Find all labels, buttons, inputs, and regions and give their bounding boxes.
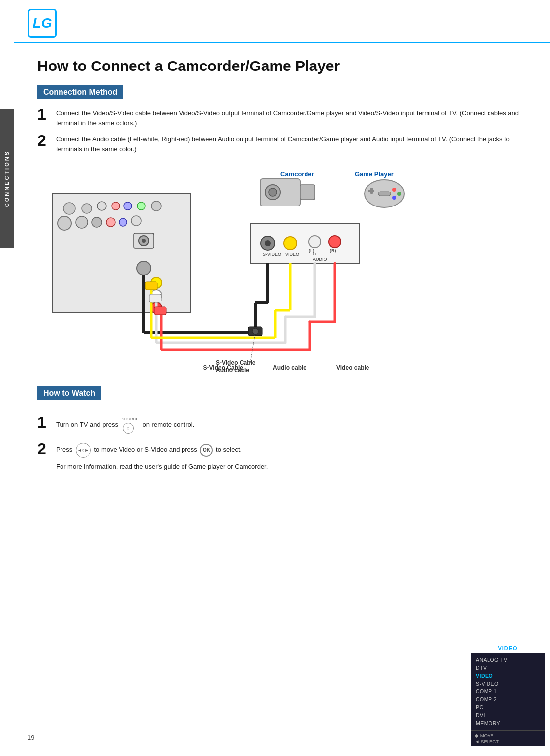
menu-move-label: ◆ MOVE: [475, 733, 541, 738]
svg-point-10: [92, 217, 102, 227]
svg-rect-66: [370, 188, 373, 194]
menu-select-label: ◄ SELECT: [475, 739, 541, 744]
menu-item-dvi[interactable]: DVI: [476, 711, 540, 719]
side-tab-label: CONNECTIONS: [4, 150, 10, 207]
side-tab: CONNECTIONS: [0, 109, 14, 248]
watch-step-number-1: 1: [37, 414, 56, 430]
menu-item-pc[interactable]: PC: [476, 703, 540, 711]
svg-rect-56: [149, 294, 161, 302]
svg-point-33: [309, 236, 321, 248]
svg-point-13: [131, 216, 141, 226]
svg-point-62: [269, 188, 277, 196]
svg-point-12: [119, 218, 127, 226]
source-label-text: SOURCE: [122, 416, 139, 423]
svg-rect-55: [145, 282, 157, 290]
how-to-watch-layout: How to Watch 1 Turn on TV and press SOUR…: [37, 386, 535, 481]
step-number-1: 1: [37, 106, 56, 122]
watch-step-1-content: Turn on TV and press SOURCE ○ on remote …: [56, 416, 441, 434]
svg-text:VIDEO: VIDEO: [285, 252, 299, 257]
menu-item-comp2[interactable]: COMP 2: [476, 695, 540, 703]
connection-step-1: 1 Connect the Video/S-Video cable betwee…: [37, 108, 535, 128]
watch-step-2-content: Press ◄○► to move Video or S-Video and p…: [56, 443, 441, 472]
svg-point-3: [97, 202, 106, 210]
svg-rect-60: [300, 185, 315, 200]
menu-item-dtv[interactable]: DTV: [476, 664, 540, 672]
svg-text:Game Player: Game Player: [355, 170, 394, 178]
step2-text-part1: Press: [56, 446, 72, 453]
svg-point-67: [392, 188, 396, 192]
logo-area: LG: [14, 0, 550, 43]
watch-steps: 1 Turn on TV and press SOURCE ○ on remot…: [37, 416, 441, 472]
svg-text:(R): (R): [330, 248, 336, 253]
svg-point-4: [112, 202, 120, 210]
watch-step-number-2: 2: [37, 441, 56, 457]
svideo-cable-label: S-Video Cable: [203, 364, 243, 371]
how-to-watch-left: How to Watch 1 Turn on TV and press SOUR…: [37, 386, 441, 481]
menu-title: VIDEO: [471, 644, 545, 653]
connection-step-2: 2 Connect the Audio cable (Left-white, R…: [37, 135, 535, 154]
svg-point-16: [142, 239, 146, 243]
svg-point-68: [397, 192, 401, 196]
svg-point-6: [137, 202, 145, 210]
connection-header: Connection Method: [37, 85, 123, 99]
step2-text-part2: to move Video or S-Video and press: [94, 446, 197, 453]
nav-icon: ◄○►: [76, 443, 91, 458]
how-to-watch-section: How to Watch 1 Turn on TV and press SOUR…: [37, 386, 535, 481]
svg-point-8: [58, 216, 71, 230]
svg-point-11: [106, 218, 115, 227]
audio-cable-label: Audio cable: [273, 364, 306, 371]
svg-point-9: [76, 216, 88, 228]
svg-point-32: [284, 237, 297, 250]
svg-point-17: [137, 261, 151, 275]
connection-diagram: S-VIDEO VIDEO (L) ○ (R) AUDIO: [37, 164, 535, 371]
svg-rect-71: [378, 192, 391, 196]
additional-info: For more information, read the user's gu…: [56, 462, 441, 472]
svg-text:Camcorder: Camcorder: [280, 170, 314, 178]
svg-text:S-VIDEO: S-VIDEO: [263, 252, 281, 257]
svg-point-34: [329, 236, 341, 248]
menu-items-list: ANALOG TV DTV VIDEO S-VIDEO COMP 1 COMP …: [471, 653, 545, 730]
step-text-1: Connect the Video/S-Video cable between …: [56, 108, 535, 128]
watch-step-2: 2 Press ◄○► to move Video or S-Video and…: [37, 443, 441, 472]
svg-point-5: [124, 202, 132, 210]
menu-item-comp1[interactable]: COMP 1: [476, 687, 540, 695]
main-content: How to Connect a Camcorder/Game Player C…: [27, 43, 550, 491]
menu-item-memory[interactable]: MEMORY: [476, 719, 540, 727]
step1-text-after: on remote control.: [143, 421, 195, 428]
menu-item-svideo[interactable]: S-VIDEO: [476, 680, 540, 687]
onscreen-menu: VIDEO ANALOG TV DTV VIDEO S-VIDEO COMP 1…: [471, 644, 545, 746]
svg-text:AUDIO: AUDIO: [313, 257, 327, 262]
menu-footer: ◆ MOVE ◄ SELECT: [471, 730, 545, 746]
source-button-icon[interactable]: ○: [123, 423, 134, 434]
step2-text-part3: to select.: [216, 446, 242, 453]
logo-box: LG: [28, 9, 57, 38]
step1-text-before: Turn on TV and press: [56, 421, 118, 428]
page-title: How to Connect a Camcorder/Game Player: [37, 58, 535, 74]
connection-steps: 1 Connect the Video/S-Video cable betwee…: [37, 108, 535, 154]
page-number: 19: [27, 734, 34, 741]
svg-point-31: [265, 240, 271, 246]
ok-button-icon[interactable]: OK: [200, 444, 213, 457]
logo-icon: LG: [33, 15, 52, 31]
video-cable-label: Video cable: [336, 364, 369, 371]
svg-point-7: [151, 201, 161, 211]
connection-section: Connection Method 1 Connect the Video/S-…: [37, 85, 535, 154]
svg-text:○: ○: [313, 251, 316, 257]
step-number-2: 2: [37, 133, 56, 148]
watch-step-1: 1 Turn on TV and press SOURCE ○ on remot…: [37, 416, 441, 434]
svg-point-69: [392, 196, 396, 200]
step-text-2: Connect the Audio cable (Left-white, Rig…: [56, 135, 535, 154]
svg-point-2: [82, 204, 92, 213]
menu-item-video[interactable]: VIDEO: [476, 672, 540, 680]
diagram-svg: S-VIDEO VIDEO (L) ○ (R) AUDIO: [37, 164, 550, 372]
svg-rect-57: [154, 307, 166, 315]
how-to-watch-header: How to Watch: [37, 386, 101, 400]
svg-point-1: [63, 203, 75, 214]
menu-item-analog-tv[interactable]: ANALOG TV: [476, 656, 540, 664]
